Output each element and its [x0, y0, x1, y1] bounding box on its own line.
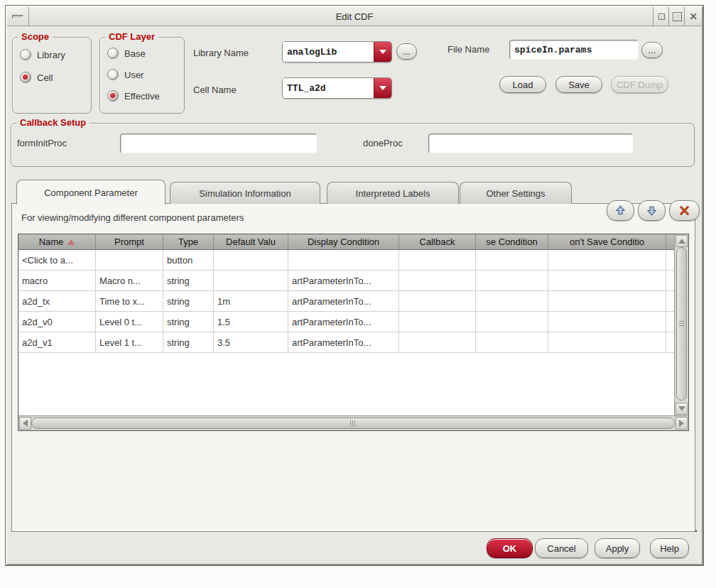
file-name-input[interactable] — [510, 45, 638, 55]
table-cell[interactable]: Level 1 t... — [96, 332, 163, 352]
done-proc-field[interactable] — [428, 134, 634, 153]
triangle-down-icon — [678, 406, 685, 411]
table-cell[interactable]: string — [163, 291, 214, 311]
form-init-proc-input[interactable] — [121, 138, 317, 149]
cdf-dump-button[interactable]: CDF Dump — [611, 76, 668, 93]
done-proc-input[interactable] — [429, 138, 633, 149]
callback-setup-group: Callback Setup formInitProc doneProc — [11, 123, 695, 167]
apply-button[interactable]: Apply — [595, 538, 640, 558]
horizontal-scrollbar[interactable] — [18, 415, 688, 430]
ok-button[interactable]: OK — [487, 538, 533, 558]
table-row[interactable]: <Click to a...button — [18, 250, 674, 271]
column-header-1[interactable]: Prompt — [96, 234, 163, 249]
column-header-2[interactable]: Type — [163, 234, 214, 249]
minimize-button[interactable] — [653, 7, 669, 26]
tab-component-parameter[interactable]: Component Parameter — [16, 180, 166, 205]
radio-scope-library[interactable]: Library — [20, 49, 65, 60]
radio-layer-base[interactable]: Base — [107, 48, 146, 59]
table-cell[interactable]: artParameterInTo... — [288, 312, 399, 332]
table-cell[interactable]: string — [163, 312, 214, 332]
table-cell[interactable] — [476, 250, 548, 270]
table-cell[interactable]: button — [163, 250, 214, 270]
chevron-down-icon — [379, 86, 386, 90]
vertical-scrollbar[interactable] — [674, 234, 688, 415]
table-row[interactable]: a2d_v1Level 1 t...string3.5artParameterI… — [18, 332, 674, 353]
table-cell[interactable] — [476, 291, 548, 311]
table-cell[interactable]: artParameterInTo... — [288, 332, 399, 352]
table-cell[interactable]: string — [163, 271, 214, 290]
table-cell[interactable] — [476, 332, 548, 352]
arrow-down-icon — [646, 205, 658, 217]
table-cell[interactable]: a2d_tx — [18, 291, 96, 311]
column-header-4[interactable]: Display Condition — [288, 234, 399, 249]
table-cell[interactable] — [399, 271, 476, 290]
table-cell[interactable]: macro — [18, 271, 96, 290]
table-cell[interactable] — [399, 291, 476, 311]
table-cell[interactable]: <Click to a... — [18, 250, 96, 270]
table-cell[interactable] — [214, 271, 288, 290]
table-cell[interactable] — [548, 271, 666, 290]
vertical-scroll-thumb[interactable] — [676, 247, 687, 401]
table-cell[interactable] — [399, 332, 476, 352]
radio-layer-user[interactable]: User — [107, 69, 143, 80]
table-cell[interactable]: 1m — [214, 291, 288, 311]
column-header-3[interactable]: Default Valu — [214, 234, 288, 249]
cell-name-combobox[interactable]: TTL_a2d — [282, 77, 392, 99]
column-header-6[interactable]: se Condition — [476, 234, 548, 249]
table-cell[interactable]: 3.5 — [214, 332, 288, 352]
table-cell[interactable] — [476, 312, 548, 332]
horizontal-scroll-thumb[interactable] — [31, 418, 675, 429]
scroll-left-button[interactable] — [19, 417, 31, 430]
table-cell[interactable] — [548, 332, 666, 352]
table-cell[interactable] — [548, 291, 666, 311]
table-cell[interactable] — [548, 250, 666, 270]
table-cell[interactable]: artParameterInTo... — [288, 271, 399, 290]
scroll-right-button[interactable] — [676, 417, 688, 430]
table-cell[interactable] — [476, 271, 548, 290]
help-button[interactable]: Help — [650, 538, 689, 558]
tab-interpreted-labels[interactable]: Interpreted Labels — [327, 182, 459, 204]
scroll-up-button[interactable] — [676, 235, 688, 247]
scroll-down-button[interactable] — [676, 403, 688, 415]
table-cell[interactable]: Macro n... — [96, 271, 163, 290]
table-row[interactable]: macroMacro n...stringartParameterInTo... — [18, 271, 674, 291]
column-header-5[interactable]: Callback — [399, 234, 476, 249]
library-name-combobox[interactable]: analogLib — [282, 41, 392, 62]
tab-simulation-information[interactable]: Simulation Information — [170, 182, 320, 204]
table-cell[interactable]: a2d_v0 — [18, 312, 96, 332]
table-row[interactable]: a2d_txTime to x...string1martParameterIn… — [18, 291, 674, 312]
table-cell[interactable]: artParameterInTo... — [288, 291, 399, 311]
table-cell[interactable]: Time to x... — [96, 291, 163, 311]
save-button[interactable]: Save — [555, 76, 602, 93]
load-button[interactable]: Load — [499, 76, 546, 93]
scope-group: Scope Library Cell — [12, 37, 92, 114]
file-browse-button[interactable]: ... — [641, 42, 663, 58]
table-cell[interactable]: string — [163, 332, 214, 352]
column-header-7[interactable]: on't Save Conditio — [548, 234, 666, 249]
form-init-proc-field[interactable] — [120, 134, 318, 153]
triangle-left-icon — [23, 420, 28, 427]
tab-other-settings[interactable]: Other Settings — [460, 182, 572, 204]
radio-layer-effective[interactable]: Effective — [107, 90, 160, 102]
table-cell[interactable] — [288, 250, 399, 270]
file-name-field[interactable] — [509, 40, 639, 60]
close-button[interactable]: ✕ — [684, 7, 702, 26]
table-row[interactable]: a2d_v0Level 0 t...string1.5artParameterI… — [18, 312, 674, 332]
table-cell[interactable] — [548, 312, 666, 332]
cancel-button[interactable]: Cancel — [535, 538, 588, 558]
table-cell[interactable] — [214, 250, 288, 270]
table-cell[interactable] — [96, 250, 163, 270]
library-browse-button[interactable]: ... — [396, 43, 417, 60]
library-name-dropdown-button[interactable] — [374, 42, 391, 62]
maximize-button[interactable] — [668, 7, 685, 26]
cell-name-dropdown-button[interactable] — [374, 78, 391, 98]
cell-name-label: Cell Name — [193, 85, 237, 95]
column-header-0[interactable]: Name — [18, 234, 96, 249]
table-cell[interactable]: 1.5 — [214, 312, 288, 332]
table-cell[interactable] — [399, 312, 476, 332]
table-cell[interactable]: Level 0 t... — [96, 312, 163, 332]
table-cell[interactable] — [399, 250, 476, 270]
radio-scope-cell[interactable]: Cell — [20, 72, 53, 83]
table-cell[interactable]: a2d_v1 — [18, 332, 96, 352]
radio-icon — [107, 90, 119, 102]
